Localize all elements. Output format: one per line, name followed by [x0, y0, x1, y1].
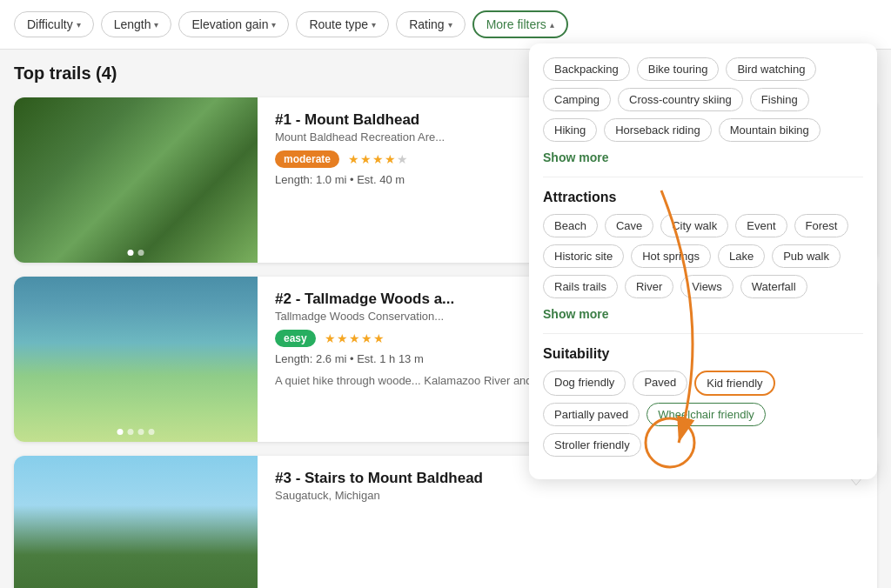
tag-kid-friendly[interactable]: Kid friendly — [694, 371, 774, 396]
tag-stroller-friendly[interactable]: Stroller friendly — [543, 433, 641, 457]
difficulty-badge: moderate — [275, 150, 339, 168]
tag-views[interactable]: Views — [680, 275, 733, 298]
filter-elevation[interactable]: Elevation gain ▾ — [178, 11, 289, 37]
attractions-tags: Beach Cave City walk Event Forest Histor… — [543, 214, 863, 298]
chevron-down-icon: ▾ — [448, 20, 452, 30]
trail-image-1 — [14, 97, 258, 263]
chevron-up-icon: ▴ — [550, 20, 554, 30]
show-more-attractions[interactable]: Show more — [543, 307, 863, 321]
divider — [543, 177, 863, 177]
dot — [128, 429, 134, 435]
tag-wheelchair-friendly[interactable]: Wheelchair friendly — [646, 403, 766, 426]
tag-hiking[interactable]: Hiking — [543, 118, 597, 142]
tag-beach[interactable]: Beach — [543, 214, 598, 237]
star-rating: ★★★★★ — [348, 152, 409, 166]
tag-event[interactable]: Event — [735, 214, 787, 237]
tag-dog-friendly[interactable]: Dog friendly — [543, 371, 626, 396]
tag-lake[interactable]: Lake — [718, 244, 765, 268]
tag-bird-watching[interactable]: Bird watching — [726, 57, 816, 81]
tag-forest[interactable]: Forest — [794, 214, 849, 237]
chevron-down-icon: ▾ — [271, 20, 276, 30]
chevron-down-icon: ▾ — [154, 20, 158, 30]
image-dots — [117, 429, 155, 435]
divider — [543, 333, 863, 334]
filter-difficulty[interactable]: Difficulty ▾ — [14, 11, 94, 37]
dot — [117, 429, 124, 435]
dot — [128, 250, 134, 256]
trail-image-3 — [14, 456, 258, 588]
dot — [149, 429, 155, 435]
chevron-down-icon: ▾ — [372, 20, 376, 30]
trail-image-2 — [14, 277, 258, 442]
activities-tags: Backpacking Bike touring Bird watching C… — [543, 57, 863, 142]
tag-waterfall[interactable]: Waterfall — [740, 275, 807, 298]
tag-pub-walk[interactable]: Pub walk — [772, 244, 841, 268]
content-area: Top trails (4) #1 - Mount Baldhead Mount… — [0, 50, 891, 588]
filter-length[interactable]: Length ▾ — [101, 11, 172, 37]
tag-historic-site[interactable]: Historic site — [543, 244, 624, 268]
tag-backpacking[interactable]: Backpacking — [543, 57, 630, 81]
tag-bike-touring[interactable]: Bike touring — [637, 57, 720, 81]
star-rating: ★★★★★ — [325, 331, 385, 345]
tag-camping[interactable]: Camping — [543, 88, 611, 111]
chevron-down-icon: ▾ — [77, 20, 81, 30]
dot — [138, 429, 144, 435]
show-more-activities[interactable]: Show more — [543, 150, 863, 164]
attractions-title: Attractions — [543, 190, 863, 205]
tag-cross-country[interactable]: Cross-country skiing — [618, 88, 743, 111]
trail-location: Saugatuck, Michigan — [275, 489, 860, 502]
suitability-tags: Dog friendly Paved Kid friendly Partiall… — [543, 371, 863, 457]
tag-fishing[interactable]: Fishing — [750, 88, 809, 111]
dot — [138, 250, 144, 256]
tag-city-walk[interactable]: City walk — [660, 214, 728, 237]
tag-rails-trails[interactable]: Rails trails — [543, 275, 618, 298]
filter-bar: Difficulty ▾ Length ▾ Elevation gain ▾ R… — [0, 0, 891, 50]
tag-cave[interactable]: Cave — [605, 214, 653, 237]
tag-paved[interactable]: Paved — [633, 371, 687, 396]
tag-partially-paved[interactable]: Partially paved — [543, 403, 640, 426]
tag-horseback[interactable]: Horseback riding — [604, 118, 712, 142]
filter-more[interactable]: More filters ▴ — [472, 10, 568, 38]
image-dots — [128, 250, 144, 256]
filter-route-type[interactable]: Route type ▾ — [296, 11, 389, 37]
page-wrapper: Difficulty ▾ Length ▾ Elevation gain ▾ R… — [0, 0, 891, 588]
difficulty-badge: easy — [275, 330, 316, 347]
tag-hot-springs[interactable]: Hot springs — [631, 244, 711, 268]
filter-rating[interactable]: Rating ▾ — [396, 11, 465, 37]
suitability-title: Suitability — [543, 346, 863, 362]
filters-dropdown: Backpacking Bike touring Bird watching C… — [529, 43, 877, 479]
tag-mountain-biking[interactable]: Mountain biking — [719, 118, 821, 142]
tag-river[interactable]: River — [625, 275, 673, 298]
